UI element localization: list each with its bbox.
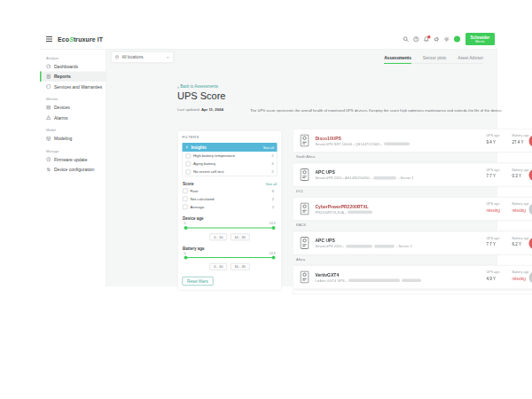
location-selector[interactable]: All locations: [111, 51, 174, 63]
services-warranties-icon: [46, 84, 51, 90]
sidebar-item-devices[interactable]: Devices: [40, 103, 106, 113]
device-subtitle: Smart-UPS 2200 - AS1435250260 -- Server …: [316, 176, 414, 180]
device-age-min-handle[interactable]: [184, 226, 188, 230]
battery-age-ranges: 0 - 10 10 - 20: [183, 263, 278, 270]
device-name: Disco10UPS: [316, 136, 410, 141]
ups-age-label: UPS age: [487, 134, 500, 138]
modeling-icon: [46, 137, 51, 142]
device-card-apc-ups-1[interactable]: APC UPS Smart-UPS 2200 - AS1435250260 --…: [293, 163, 532, 187]
last-updated-date: Apr 11, 2024: [201, 107, 223, 112]
device-card-apc-ups-2[interactable]: APC UPS Smart-UPS 2200 -- Server 2 UPS a…: [293, 231, 532, 255]
location-pin-icon: [115, 55, 120, 59]
score-see-all-link[interactable]: See all: [266, 182, 277, 186]
checkbox[interactable]: [186, 169, 192, 175]
device-location: RACK: [296, 223, 532, 228]
dashboards-icon: [46, 64, 51, 69]
tab-assessments[interactable]: Assessments: [384, 55, 411, 64]
checkbox[interactable]: [186, 161, 192, 167]
device-location: DC1: [296, 189, 532, 193]
slider-min-label: 0: [184, 252, 186, 255]
battery-age-value: missing: [512, 208, 529, 213]
sidebar-item-services-and-warranties[interactable]: Services and Warranties: [40, 82, 106, 92]
devices-icon: [46, 106, 51, 111]
option-count: 2: [271, 169, 273, 174]
device-card-vertivgxt4[interactable]: VertivGXT4 Liebert GXT4 UPS - UPS age 4.…: [293, 265, 532, 289]
menu-icon[interactable]: [46, 36, 52, 42]
device-card-disco10ups[interactable]: Disco10UPS Smart-UPS SRT 10000 - QS14471…: [293, 129, 532, 153]
tab-asset-advisor[interactable]: Asset Advisor: [458, 55, 483, 64]
option-label: Not calculated: [191, 197, 215, 201]
sidebar-section-analyze: Analyze: [46, 56, 106, 60]
page-description: The UPS score represents the overall hea…: [250, 108, 532, 113]
back-link-label: Back to Assessments: [180, 84, 218, 89]
sidebar-item-modeling[interactable]: Modeling: [40, 134, 106, 145]
device-age-range-2[interactable]: 10 - 20: [231, 234, 249, 241]
battery-age-max-handle[interactable]: [272, 256, 276, 260]
reset-filters-button[interactable]: Reset filters: [183, 277, 214, 286]
user-avatar[interactable]: [454, 36, 460, 43]
device-name: APC UPS: [316, 238, 412, 243]
scaled-canvas: EcoStruxure IT Schneider Electric: [0, 0, 532, 399]
battery-age-min-handle[interactable]: [184, 256, 188, 260]
device-age-max-handle[interactable]: [272, 226, 276, 230]
checkbox[interactable]: [183, 196, 188, 201]
sidebar-item-firmware-update[interactable]: Firmware update: [40, 154, 106, 165]
filter-option-no-recent-self-test[interactable]: No recent self-test 2: [183, 168, 277, 176]
settings-icon[interactable]: [444, 36, 450, 43]
chevron-left-icon: ‹: [177, 85, 179, 89]
help-icon[interactable]: [413, 36, 419, 43]
filter-option-aging-battery[interactable]: Aging battery 3: [183, 160, 277, 168]
tab-bar: Assessments Sensor plots Asset Advisor: [384, 55, 483, 64]
device-age-ranges: 0 - 10 10 - 20: [183, 234, 278, 241]
sidebar-item-reports[interactable]: Reports: [40, 72, 106, 82]
notifications-icon[interactable]: [424, 36, 430, 43]
checkbox[interactable]: [186, 153, 192, 159]
filter-option-not-calculated[interactable]: Not calculated 2: [183, 195, 278, 203]
battery-age-label: Battery age: [512, 168, 529, 172]
announcements-icon[interactable]: [434, 36, 440, 43]
ups-age-label: UPS age: [487, 202, 500, 207]
slider-min-label: 0: [184, 222, 186, 225]
alarms-icon: [46, 115, 51, 121]
option-label: No recent self-test: [193, 169, 223, 174]
insights-filter-header[interactable]: Insights See all: [183, 143, 278, 152]
sidebar-item-dashboards[interactable]: Dashboards: [40, 61, 106, 72]
checkbox[interactable]: [183, 204, 188, 209]
option-label: Average: [191, 205, 205, 209]
battery-age-value: 0.3 Y: [512, 174, 529, 178]
device-name: VertivGXT4: [316, 272, 422, 278]
score-badge: - /100: [529, 203, 532, 215]
option-label: Poor: [191, 189, 199, 193]
reports-icon: [46, 74, 51, 80]
slider-max-label: 14.3: [270, 222, 276, 225]
sidebar-item-alarms[interactable]: Alarms: [40, 113, 106, 123]
checkbox[interactable]: [183, 188, 188, 193]
slider-max-label: 14.3: [270, 252, 276, 255]
device-subtitle: PR2200RTXL2UA -: [316, 210, 373, 215]
ups-device-icon: [301, 135, 309, 147]
filters-title: FILTERS: [183, 136, 278, 140]
insights-see-all-link[interactable]: See all: [263, 145, 274, 150]
sidebar-section-model: Model: [46, 129, 106, 133]
battery-age-range-2[interactable]: 10 - 20: [231, 263, 249, 270]
battery-age-range-1[interactable]: 0 - 10: [210, 263, 227, 270]
lightning-icon: [185, 145, 189, 150]
filter-option-poor[interactable]: Poor 6: [183, 187, 278, 195]
logo-it: IT: [98, 35, 103, 43]
device-age-label: Device age: [183, 216, 278, 221]
chevron-down-icon: [166, 55, 170, 59]
filter-option-average[interactable]: Average 2: [183, 203, 278, 211]
search-icon[interactable]: [403, 36, 410, 43]
filters-panel: FILTERS Insights See all High battery te…: [177, 130, 282, 291]
logo-suffix: truxure: [74, 35, 96, 43]
score-filter-header: Score See all: [183, 182, 277, 186]
tab-sensor-plots[interactable]: Sensor plots: [423, 55, 446, 64]
back-link[interactable]: ‹ Back to Assessments: [177, 84, 218, 89]
sidebar-item-device-configuration[interactable]: Device configuration: [40, 165, 106, 176]
notification-badge: [427, 35, 432, 39]
filter-option-high-battery-temperature[interactable]: High battery temperature 2: [183, 152, 277, 160]
device-card-cyberpower[interactable]: CyberPowerPR2200RTXL PR2200RTXL2UA - UPS…: [293, 197, 532, 221]
score-options: Poor 6 Not calculated 2 Average 2: [183, 187, 278, 211]
device-age-range-1[interactable]: 0 - 10: [210, 234, 227, 241]
sidebar-item-label: Device configuration: [54, 168, 94, 173]
